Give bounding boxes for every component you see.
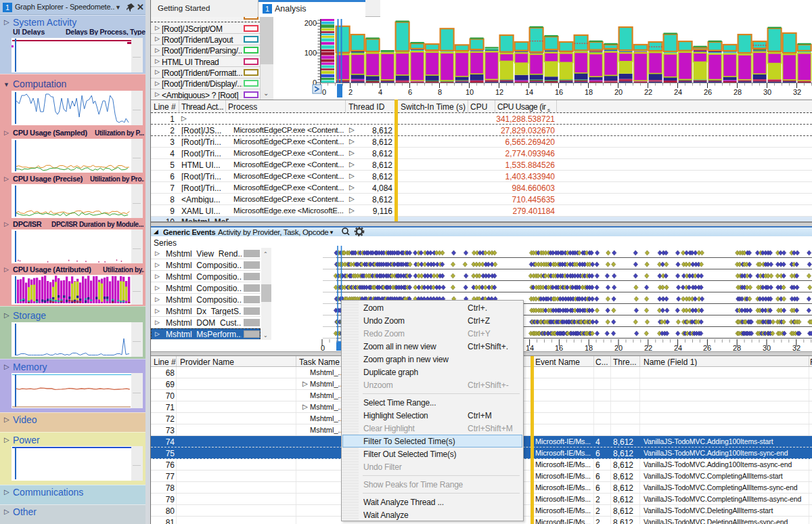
svg-text:18: 18 xyxy=(585,88,593,96)
svg-text:14: 14 xyxy=(525,88,533,96)
svg-text:8: 8 xyxy=(438,88,442,96)
svg-text:22: 22 xyxy=(644,88,652,96)
svg-text:0: 0 xyxy=(322,88,326,96)
svg-text:10: 10 xyxy=(466,88,474,96)
svg-text:100: 100 xyxy=(304,49,317,57)
svg-text:20: 20 xyxy=(614,88,623,96)
svg-text:4: 4 xyxy=(378,88,382,96)
svg-text:6: 6 xyxy=(408,88,412,96)
svg-text:16: 16 xyxy=(555,88,563,96)
svg-text:2: 2 xyxy=(348,88,353,96)
svg-text:12: 12 xyxy=(495,88,503,96)
svg-text:30: 30 xyxy=(763,88,771,96)
svg-text:24: 24 xyxy=(674,88,682,96)
svg-text:200: 200 xyxy=(304,19,317,27)
svg-text:26: 26 xyxy=(704,88,712,96)
svg-text:28: 28 xyxy=(734,88,742,96)
svg-text:32: 32 xyxy=(793,88,801,96)
